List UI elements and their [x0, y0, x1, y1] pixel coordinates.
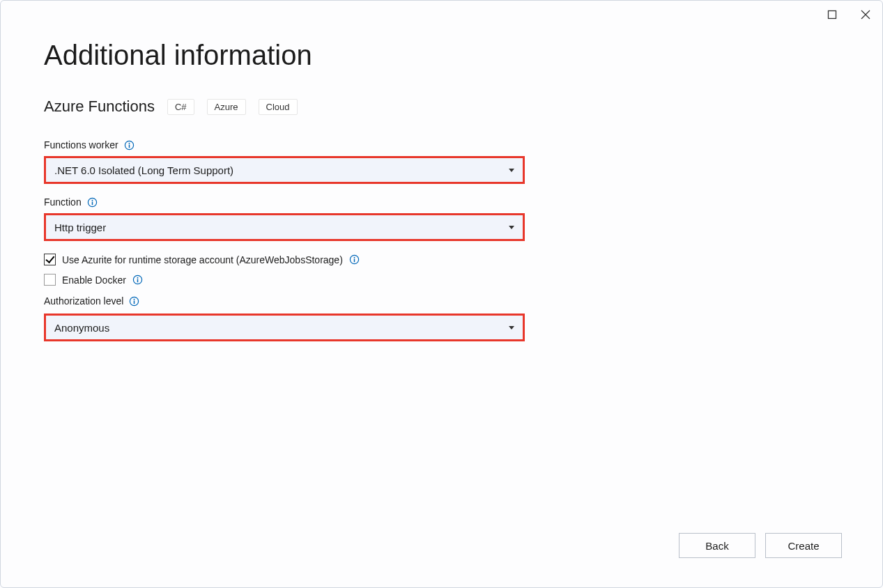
functions-worker-group: Functions worker .NET 6.0 Isolated (Long…: [44, 139, 839, 184]
info-icon[interactable]: [132, 274, 143, 285]
use-azurite-row: Use Azurite for runtime storage account …: [44, 254, 839, 265]
enable-docker-row: Enable Docker: [44, 274, 839, 286]
info-icon[interactable]: [129, 296, 139, 307]
functions-worker-value: .NET 6.0 Isolated (Long Term Support): [54, 164, 233, 176]
caret-down-icon: [509, 169, 514, 172]
create-button[interactable]: Create: [765, 533, 842, 558]
dialog-content: Additional information Azure Functions C…: [1, 1, 882, 341]
function-label: Function: [44, 196, 82, 208]
enable-docker-checkbox[interactable]: [44, 274, 56, 286]
svg-point-7: [91, 199, 93, 201]
svg-point-10: [353, 257, 355, 258]
authorization-level-select[interactable]: Anonymous: [44, 314, 525, 341]
svg-point-4: [128, 142, 130, 144]
info-icon[interactable]: [87, 197, 98, 208]
svg-rect-11: [354, 259, 355, 263]
subtitle-text: Azure Functions: [44, 98, 155, 116]
svg-point-13: [137, 277, 138, 279]
svg-rect-5: [128, 144, 130, 148]
functions-worker-label: Functions worker: [44, 139, 118, 150]
tag-azure: Azure: [207, 99, 246, 115]
caret-down-icon: [509, 226, 514, 229]
authorization-level-group: Authorization level Anonymous: [44, 295, 839, 341]
svg-rect-14: [137, 279, 139, 283]
authorization-level-label-row: Authorization level: [44, 295, 839, 307]
subtitle-row: Azure Functions C# Azure Cloud: [44, 98, 839, 116]
function-select[interactable]: Http trigger: [44, 213, 525, 241]
caret-down-icon: [509, 326, 514, 330]
use-azurite-label: Use Azurite for runtime storage account …: [62, 254, 343, 265]
window-controls: [825, 8, 873, 22]
svg-rect-8: [91, 201, 93, 205]
info-icon[interactable]: [349, 254, 360, 265]
function-group: Function Http trigger: [44, 196, 839, 241]
maximize-icon[interactable]: [825, 8, 839, 22]
back-button[interactable]: Back: [679, 533, 755, 558]
functions-worker-label-row: Functions worker: [44, 139, 839, 150]
close-icon[interactable]: [859, 8, 873, 22]
authorization-level-label: Authorization level: [44, 295, 123, 307]
function-label-row: Function: [44, 196, 839, 208]
enable-docker-label: Enable Docker: [62, 274, 126, 286]
svg-point-16: [134, 298, 135, 300]
tag-csharp: C#: [167, 99, 194, 115]
dialog-footer: Back Create: [679, 533, 842, 558]
use-azurite-checkbox[interactable]: [44, 254, 56, 265]
info-icon[interactable]: [124, 140, 135, 150]
function-value: Http trigger: [54, 222, 106, 233]
tag-cloud: Cloud: [259, 99, 298, 115]
functions-worker-select[interactable]: .NET 6.0 Isolated (Long Term Support): [44, 156, 525, 184]
page-title: Additional information: [44, 40, 839, 71]
svg-rect-17: [134, 300, 135, 304]
authorization-level-value: Anonymous: [54, 322, 109, 334]
svg-rect-0: [829, 11, 836, 19]
